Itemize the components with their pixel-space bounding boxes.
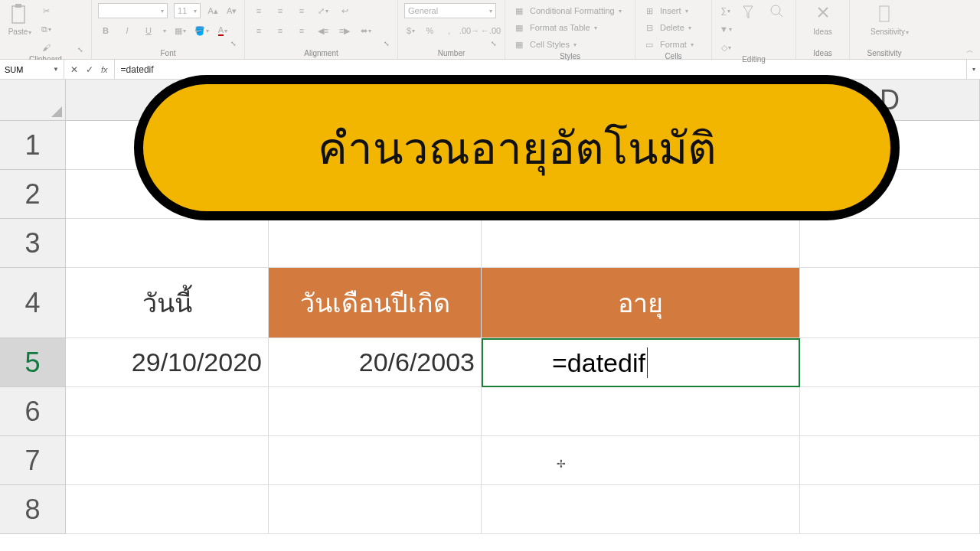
cell[interactable] (800, 436, 980, 485)
active-cell-editor[interactable]: =datedif (482, 338, 800, 387)
format-button[interactable]: ▭Format▾ (642, 37, 694, 52)
font-size-combo[interactable]: 11▾ (174, 3, 201, 18)
align-bottom-icon[interactable]: ≡ (294, 3, 309, 18)
align-top-icon[interactable]: ≡ (251, 3, 266, 18)
ribbon: Paste▾ ✂ ⧉▾ 🖌 Clipboard⤡ ▾ 11▾ A▴ A▾ B I… (0, 0, 980, 60)
find-select-button[interactable] (763, 3, 790, 23)
align-middle-icon[interactable]: ≡ (273, 3, 288, 18)
cell[interactable] (66, 387, 269, 436)
decrease-font-icon[interactable]: A▾ (225, 3, 238, 18)
cell[interactable] (482, 436, 800, 485)
cut-icon[interactable]: ✂ (38, 3, 54, 18)
cell[interactable] (482, 219, 800, 268)
italic-button[interactable]: I (119, 23, 135, 38)
row-headers: 1 2 3 4 5 6 7 8 (0, 121, 66, 551)
cell[interactable] (269, 485, 482, 534)
cell[interactable] (269, 219, 482, 268)
number-format-combo[interactable]: General▾ (404, 3, 496, 18)
increase-font-icon[interactable]: A▴ (207, 3, 220, 18)
cell[interactable] (269, 387, 482, 436)
sort-filter-button[interactable] (735, 3, 762, 23)
font-name-combo[interactable]: ▾ (98, 3, 168, 18)
cell[interactable] (800, 338, 980, 387)
conditional-formatting-button[interactable]: ▦Conditional Formatting▾ (511, 3, 622, 18)
fill-icon[interactable]: ▼▾ (718, 21, 733, 37)
cell[interactable] (482, 485, 800, 534)
align-left-icon[interactable]: ≡ (251, 23, 266, 38)
expand-formula-bar-icon[interactable]: ▾ (966, 60, 980, 79)
cell-b4[interactable]: วันเดือนปีเกิด (269, 268, 482, 338)
svg-rect-0 (12, 6, 24, 23)
enter-formula-icon[interactable]: ✓ (86, 64, 93, 75)
group-sensitivity: Sensitivity (856, 49, 913, 59)
wrap-text-icon[interactable]: ↩ (337, 3, 352, 18)
group-alignment: Alignment⤡ (251, 49, 391, 59)
fx-icon[interactable]: fx (101, 65, 108, 74)
paste-button[interactable]: Paste▾ (6, 3, 34, 36)
fill-color-icon[interactable]: 🪣▾ (194, 23, 209, 38)
group-ideas: Ideas (802, 49, 843, 59)
row-header-7[interactable]: 7 (0, 436, 66, 485)
border-icon[interactable]: ▦▾ (172, 23, 188, 38)
row-header-1[interactable]: 1 (0, 121, 66, 170)
insert-button[interactable]: ⊞Insert▾ (642, 3, 688, 18)
cancel-formula-icon[interactable]: ✕ (70, 64, 78, 75)
comma-icon[interactable]: , (443, 23, 456, 38)
svg-rect-4 (880, 6, 889, 21)
bold-button[interactable]: B (98, 23, 113, 38)
collapse-ribbon-icon[interactable]: ︿ (919, 0, 980, 59)
percent-icon[interactable]: % (423, 23, 436, 38)
delete-button[interactable]: ⊟Delete▾ (642, 20, 691, 35)
font-color-icon[interactable]: A▾ (215, 23, 230, 38)
cell-styles-button[interactable]: ▦Cell Styles▾ (511, 37, 577, 52)
cell-c4[interactable]: อายุ (482, 268, 800, 338)
group-number: Number⤡ (404, 49, 498, 59)
increase-indent-icon[interactable]: ≡▶ (337, 23, 352, 38)
autosum-icon[interactable]: ∑▾ (718, 3, 733, 18)
cell-a5[interactable]: 29/10/2020 (66, 338, 269, 387)
increase-decimal-icon[interactable]: .00→ (462, 23, 477, 38)
copy-icon[interactable]: ⧉▾ (38, 21, 54, 37)
row-header-5[interactable]: 5 (0, 338, 66, 387)
cursor-icon: ✢ (557, 458, 566, 470)
cell[interactable] (269, 436, 482, 485)
clear-icon[interactable]: ◇▾ (718, 40, 733, 55)
accounting-icon[interactable]: $▾ (404, 23, 417, 38)
cell[interactable] (482, 387, 800, 436)
ideas-button[interactable]: Ideas (809, 3, 837, 36)
cell-b5[interactable]: 20/6/2003 (269, 338, 482, 387)
decrease-indent-icon[interactable]: ◀≡ (315, 23, 331, 38)
decrease-decimal-icon[interactable]: ←.00 (483, 23, 498, 38)
row-header-4[interactable]: 4 (0, 268, 66, 338)
row-header-8[interactable]: 8 (0, 485, 66, 534)
format-as-table-button[interactable]: ▦Format as Table▾ (511, 20, 597, 35)
align-right-icon[interactable]: ≡ (294, 23, 309, 38)
group-font: Font⤡ (98, 49, 238, 59)
align-center-icon[interactable]: ≡ (273, 23, 288, 38)
svg-rect-1 (15, 4, 21, 8)
cell[interactable] (66, 219, 269, 268)
orientation-icon[interactable]: ⤢▾ (315, 3, 331, 18)
cell[interactable] (66, 436, 269, 485)
row-header-2[interactable]: 2 (0, 170, 66, 219)
cell[interactable] (800, 387, 980, 436)
cell[interactable] (66, 485, 269, 534)
row-header-3[interactable]: 3 (0, 219, 66, 268)
name-box[interactable]: SUM▼ (0, 60, 64, 79)
sensitivity-button[interactable]: Sensitivity▾ (871, 3, 898, 36)
underline-button[interactable]: U (141, 23, 156, 38)
svg-line-3 (779, 13, 782, 17)
format-painter-icon[interactable]: 🖌 (38, 40, 54, 55)
cell-a4[interactable]: วันนี้ (66, 268, 269, 338)
cell[interactable] (800, 268, 980, 338)
cell[interactable] (800, 219, 980, 268)
select-all-corner[interactable] (0, 80, 66, 121)
title-callout-shape: คำนวณอายุอัตโนมัติ (134, 75, 900, 220)
cell[interactable] (800, 485, 980, 534)
row-header-6[interactable]: 6 (0, 387, 66, 436)
merge-icon[interactable]: ⬌▾ (358, 23, 374, 38)
